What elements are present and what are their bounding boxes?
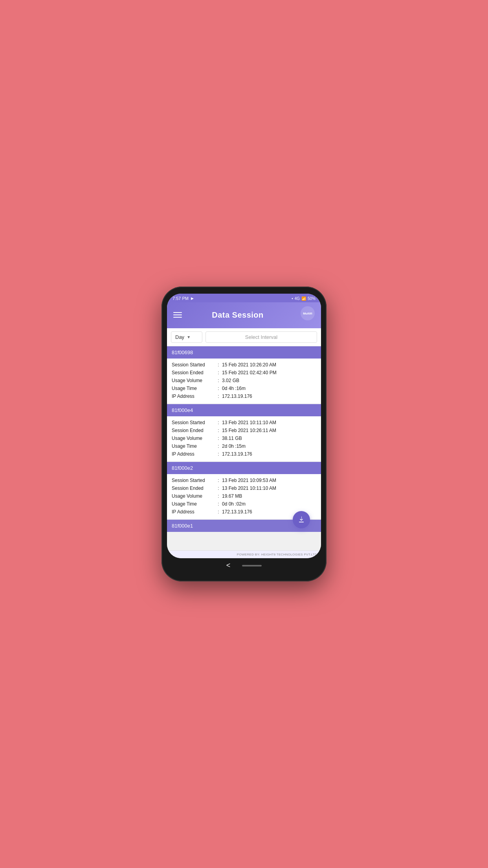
nav-bar: <: [167, 558, 321, 574]
row-value: 19.67 MB: [222, 493, 316, 499]
logo-area: Multifi: [294, 306, 315, 324]
session-block: 81f000e2Session Started:13 Feb 2021 10:0…: [167, 462, 321, 519]
row-colon: :: [215, 378, 222, 383]
row-label: Session Ended: [172, 485, 215, 491]
table-row: Usage Time:0d 4h :16m: [172, 384, 316, 392]
row-label: Usage Volume: [172, 436, 215, 441]
table-row: Session Started:13 Feb 2021 10:11:10 AM: [172, 419, 316, 427]
row-value: 0d 0h :02m: [222, 501, 316, 507]
hamburger-line-2: [173, 314, 182, 315]
page-title: Data Session: [212, 311, 264, 320]
row-colon: :: [215, 436, 222, 441]
row-label: IP Address: [172, 509, 215, 515]
row-label: Usage Time: [172, 501, 215, 507]
app-footer: POWERED BY: HEIGHT8 TECHNOLOGIES PVT.LTD: [167, 550, 321, 558]
phone-shell: 7:57 PM ▶ • 4G 📶 50% Data Session Multif…: [161, 287, 327, 581]
signal-label: 4G: [295, 296, 300, 301]
download-fab-button[interactable]: [293, 511, 310, 528]
day-label: Day: [175, 334, 184, 340]
day-dropdown[interactable]: Day ▼: [171, 331, 202, 343]
row-colon: :: [215, 478, 222, 483]
hamburger-line-1: [173, 312, 182, 313]
session-header: 81f00698: [167, 346, 321, 359]
row-value: 3.02 GB: [222, 378, 316, 383]
row-value: 172.13.19.176: [222, 394, 316, 399]
session-header: 81f000e4: [167, 404, 321, 416]
row-label: Session Started: [172, 362, 215, 368]
toolbar: Day ▼ Select Interval: [167, 328, 321, 346]
row-colon: :: [215, 420, 222, 425]
row-label: Session Ended: [172, 370, 215, 375]
row-colon: :: [215, 362, 222, 368]
menu-button[interactable]: [173, 312, 182, 318]
row-label: Usage Volume: [172, 493, 215, 499]
time: 7:57 PM: [172, 296, 189, 301]
row-colon: :: [215, 485, 222, 491]
table-row: IP Address:172.13.19.176: [172, 450, 316, 458]
row-value: 2d 0h :15m: [222, 443, 316, 449]
row-label: Usage Volume: [172, 378, 215, 383]
table-row: Usage Time:0d 0h :02m: [172, 500, 316, 508]
youtube-icon: ▶: [191, 296, 194, 300]
home-pill[interactable]: [242, 565, 262, 566]
row-label: Session Ended: [172, 428, 215, 433]
row-value: 15 Feb 2021 10:26:20 AM: [222, 362, 316, 368]
session-header: 81f000e2: [167, 462, 321, 474]
hamburger-line-3: [173, 317, 182, 318]
session-block: 81f00698Session Started:15 Feb 2021 10:2…: [167, 346, 321, 403]
table-row: Session Started:15 Feb 2021 10:26:20 AM: [172, 361, 316, 369]
table-row: Session Ended:15 Feb 2021 02:42:40 PM: [172, 369, 316, 377]
row-value: 15 Feb 2021 10:26:11 AM: [222, 428, 316, 433]
row-value: 15 Feb 2021 02:42:40 PM: [222, 370, 316, 375]
row-value: 13 Feb 2021 10:09:53 AM: [222, 478, 316, 483]
row-label: Session Started: [172, 420, 215, 425]
table-row: Usage Volume:19.67 MB: [172, 492, 316, 500]
phone-screen: 7:57 PM ▶ • 4G 📶 50% Data Session Multif…: [167, 294, 321, 558]
table-row: IP Address:172.13.19.176: [172, 392, 316, 400]
table-row: Session Ended:13 Feb 2021 10:11:10 AM: [172, 484, 316, 492]
download-icon: [297, 516, 305, 524]
interval-placeholder: Select Interval: [245, 334, 277, 340]
table-row: Usage Time:2d 0h :15m: [172, 442, 316, 450]
row-label: Session Started: [172, 478, 215, 483]
row-colon: :: [215, 394, 222, 399]
row-colon: :: [215, 451, 222, 457]
wifi-icon: 📶: [301, 296, 306, 301]
battery-label: 50%: [308, 296, 316, 301]
row-colon: :: [215, 501, 222, 507]
row-colon: :: [215, 370, 222, 375]
row-colon: :: [215, 493, 222, 499]
row-label: IP Address: [172, 394, 215, 399]
session-details: Session Started:13 Feb 2021 10:11:10 AMS…: [167, 416, 321, 461]
row-colon: :: [215, 386, 222, 391]
chevron-down-icon: ▼: [187, 335, 191, 339]
row-label: Usage Time: [172, 386, 215, 391]
dot-icon: •: [292, 296, 293, 301]
session-details: Session Started:15 Feb 2021 10:26:20 AMS…: [167, 359, 321, 403]
row-colon: :: [215, 428, 222, 433]
table-row: Session Ended:15 Feb 2021 10:26:11 AM: [172, 427, 316, 434]
logo-text: Multifi: [303, 312, 312, 315]
app-header: Data Session Multifi: [167, 302, 321, 328]
table-row: Usage Volume:3.02 GB: [172, 377, 316, 384]
status-left: 7:57 PM ▶: [172, 296, 194, 301]
row-value: 0d 4h :16m: [222, 386, 316, 391]
logo-circle: Multifi: [301, 306, 315, 320]
row-colon: :: [215, 443, 222, 449]
row-value: 38.11 GB: [222, 436, 316, 441]
table-row: Usage Volume:38.11 GB: [172, 434, 316, 442]
row-colon: :: [215, 509, 222, 515]
interval-dropdown[interactable]: Select Interval: [205, 331, 317, 343]
row-value: 172.13.19.176: [222, 451, 316, 457]
back-button[interactable]: <: [226, 561, 231, 570]
session-block: 81f000e4Session Started:13 Feb 2021 10:1…: [167, 404, 321, 461]
table-row: Session Started:13 Feb 2021 10:09:53 AM: [172, 476, 316, 484]
status-right: • 4G 📶 50%: [292, 296, 316, 301]
row-value: 13 Feb 2021 10:11:10 AM: [222, 420, 316, 425]
row-label: Usage Time: [172, 443, 215, 449]
status-bar: 7:57 PM ▶ • 4G 📶 50%: [167, 294, 321, 302]
row-value: 13 Feb 2021 10:11:10 AM: [222, 485, 316, 491]
row-label: IP Address: [172, 451, 215, 457]
powered-by-text: POWERED BY: HEIGHT8 TECHNOLOGIES PVT.LTD: [237, 553, 317, 556]
sessions-container: 81f00698Session Started:15 Feb 2021 10:2…: [167, 346, 321, 550]
